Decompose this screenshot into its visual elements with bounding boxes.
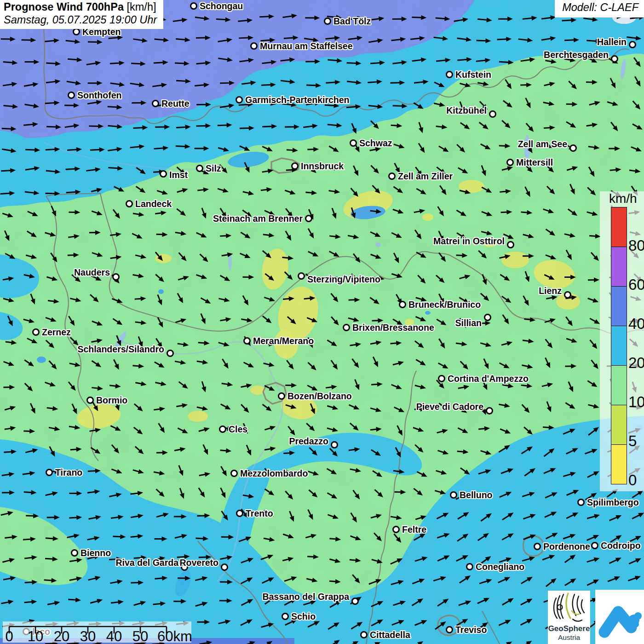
legend-segment: [611, 247, 627, 287]
city-marker: [292, 163, 298, 169]
city-label: Imst: [169, 170, 188, 180]
city-marker: [508, 242, 514, 248]
city-marker: [592, 543, 598, 549]
legend-tick-label: 10: [628, 393, 644, 411]
page-title: Prognose Wind 700hPa [km/h]: [4, 1, 157, 14]
city-label: Pieve di Cadore: [416, 402, 483, 412]
geosphere-accent-line2: [572, 611, 579, 615]
scale-label: 50: [132, 628, 148, 643]
city-label: Trento: [246, 508, 273, 518]
city-label: Nauders: [74, 267, 110, 277]
city-marker: [361, 632, 367, 638]
city-label: Kufstein: [455, 69, 491, 80]
city-marker: [490, 111, 496, 117]
city-marker: [161, 171, 167, 177]
city-label: Feltre: [402, 524, 426, 535]
city-marker: [325, 18, 331, 24]
city-marker: [578, 500, 584, 506]
city-label: Innsbruck: [301, 161, 344, 171]
city-label: Zernez: [42, 327, 71, 337]
city-label: Schlanders/Silandro: [77, 344, 164, 354]
geosphere-logo-box: GeoSphere Austria: [548, 591, 590, 644]
city-label: Riva del Garda: [115, 558, 178, 568]
city-marker: [87, 397, 93, 403]
city-marker: [72, 550, 78, 556]
city-marker: [69, 92, 75, 98]
scale-label: 20: [54, 628, 69, 643]
title-box: Prognose Wind 700hPa [km/h] Samstag, 05.…: [0, 0, 163, 29]
city-label: Lienz: [539, 286, 562, 296]
legend-tick-label: 0: [628, 472, 637, 489]
model-label: Modell: C-LAEF: [555, 0, 644, 17]
city-marker: [299, 273, 305, 279]
geosphere-name: GeoSphere: [548, 625, 590, 633]
legend-unit-label: km/h: [609, 191, 637, 206]
city-marker: [191, 3, 197, 9]
city-label: Brixen/Bressanone: [352, 322, 434, 333]
city-label: Reutte: [161, 98, 190, 109]
city-label: Cles: [229, 424, 247, 434]
city-label: Predazzo: [289, 436, 328, 446]
city-label: Hallein: [597, 37, 627, 47]
city-label: Meran/Merano: [253, 336, 314, 346]
city-label: Codroipo: [601, 540, 641, 551]
geosphere-country: Austria: [548, 633, 590, 642]
city-label: Schongau: [200, 1, 243, 11]
city-label: Landeck: [135, 199, 172, 209]
city-label: Sonthofen: [77, 90, 121, 100]
mountain-cloud-icon: [595, 590, 644, 644]
legend-segment: [611, 207, 627, 247]
city-marker: [630, 42, 636, 48]
weather-map-stage: SchongauBad TölzKemptenMurnau am Staffel…: [0, 0, 644, 644]
city-label: Bienno: [80, 548, 111, 558]
city-marker: [393, 527, 399, 533]
forecast-datetime: Samstag, 05.07.2025 19:00 Uhr: [4, 14, 157, 27]
partner-logo-box: [595, 590, 644, 644]
city-label: Matrei in Osttirol: [433, 236, 505, 246]
city-marker: [565, 292, 571, 298]
city-label: Bruneck/Brunico: [408, 299, 481, 310]
legend-tick-label: 20: [628, 354, 644, 372]
city-marker: [153, 101, 159, 107]
scale-label: 30: [80, 628, 96, 643]
city-marker: [447, 72, 453, 78]
city-label: Bormio: [96, 395, 127, 405]
city-marker: [389, 173, 395, 179]
city-marker: [487, 408, 493, 414]
legend-tick-label: 80: [628, 237, 644, 254]
city-marker: [74, 29, 80, 35]
city-marker: [400, 302, 406, 308]
city-marker: [451, 492, 457, 498]
city-label: Mittersill: [516, 157, 553, 167]
city-marker: [33, 329, 39, 335]
city-label: Silz: [206, 163, 221, 173]
city-label: Zell am See: [518, 139, 567, 149]
city-label: Cittadella: [370, 630, 410, 640]
city-marker: [251, 43, 257, 49]
city-marker: [612, 56, 618, 62]
city-marker: [447, 627, 453, 633]
city-label: Sillian: [455, 318, 482, 328]
scale-label: 40: [106, 628, 122, 643]
city-marker: [306, 216, 312, 222]
city-marker: [46, 470, 52, 476]
city-marker: [197, 166, 203, 172]
scale-label: 0: [5, 628, 13, 643]
legend-tick-label: 60: [628, 276, 644, 293]
city-marker: [167, 351, 173, 356]
geosphere-contours-icon: [548, 591, 590, 625]
legend-segment: [611, 326, 627, 366]
city-marker: [236, 97, 242, 103]
city-label: Zell am Ziller: [398, 171, 453, 181]
city-label: Kitzbühel: [446, 105, 487, 115]
legend-segment: [611, 287, 627, 326]
city-label: Bassano del Grappa: [262, 592, 349, 602]
city-marker: [220, 426, 226, 432]
scale-label: 60km: [157, 628, 191, 643]
legend-tick-label: 40: [628, 315, 644, 333]
legend-segment: [611, 366, 627, 405]
city-label: Murnau am Staffelsee: [260, 41, 353, 51]
city-label: Conegliano: [476, 562, 524, 572]
city-label: Garmisch-Partenkirchen: [245, 95, 350, 105]
legend-tick-label: 5: [628, 432, 637, 450]
